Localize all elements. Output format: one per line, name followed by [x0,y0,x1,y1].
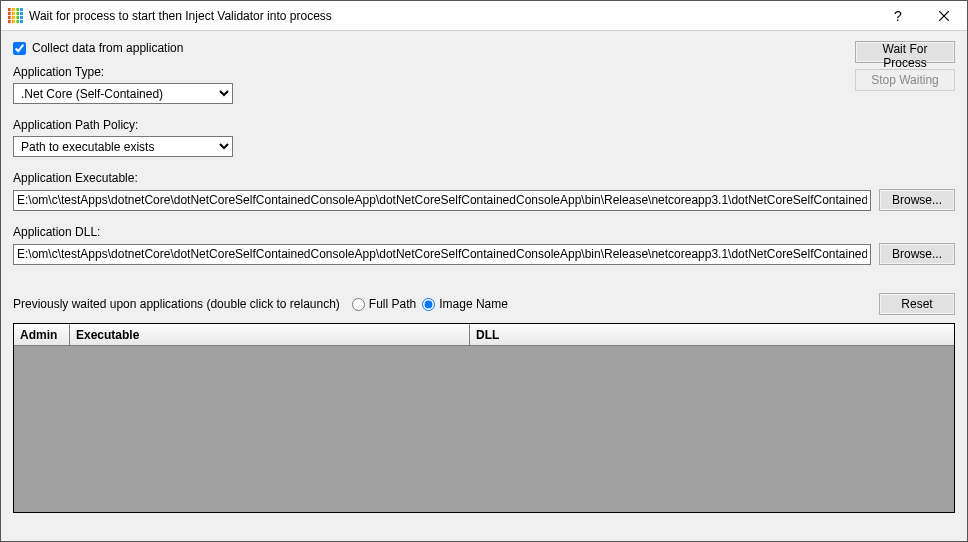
app-type-select[interactable]: .Net Core (Self-Contained) [13,83,233,104]
path-display-radio-group: Full Path Image Name [352,297,508,311]
app-dll-label: Application DLL: [13,225,955,239]
grid-header: Admin Executable DLL [14,324,954,346]
collect-data-checkbox[interactable] [13,42,26,55]
dialog-body: Collect data from application Applicatio… [1,31,967,541]
col-executable[interactable]: Executable [70,324,470,345]
col-admin[interactable]: Admin [14,324,70,345]
app-icon [7,8,23,24]
app-exe-label: Application Executable: [13,171,955,185]
image-name-radio[interactable] [422,298,435,311]
path-policy-select[interactable]: Path to executable exists [13,136,233,157]
help-button[interactable]: ? [875,1,921,31]
previous-apps-label: Previously waited upon applications (dou… [13,297,340,311]
window-title: Wait for process to start then Inject Va… [29,9,875,23]
titlebar: Wait for process to start then Inject Va… [1,1,967,31]
close-icon [939,11,949,21]
app-dll-input[interactable] [13,244,871,265]
full-path-radio-label[interactable]: Full Path [352,297,416,311]
dialog-window: Wait for process to start then Inject Va… [0,0,968,542]
col-dll[interactable]: DLL [470,324,954,345]
previous-apps-grid[interactable]: Admin Executable DLL [13,323,955,513]
collect-data-label: Collect data from application [32,41,183,55]
wait-for-process-button[interactable]: Wait For Process [855,41,955,63]
browse-dll-button[interactable]: Browse... [879,243,955,265]
app-exe-input[interactable] [13,190,871,211]
path-policy-label: Application Path Policy: [13,118,845,132]
grid-body [14,346,954,512]
browse-exe-button[interactable]: Browse... [879,189,955,211]
app-type-label: Application Type: [13,65,845,79]
image-name-radio-label[interactable]: Image Name [422,297,508,311]
close-button[interactable] [921,1,967,31]
reset-button[interactable]: Reset [879,293,955,315]
stop-waiting-button: Stop Waiting [855,69,955,91]
full-path-radio[interactable] [352,298,365,311]
grid-vscroll[interactable] [888,346,954,512]
